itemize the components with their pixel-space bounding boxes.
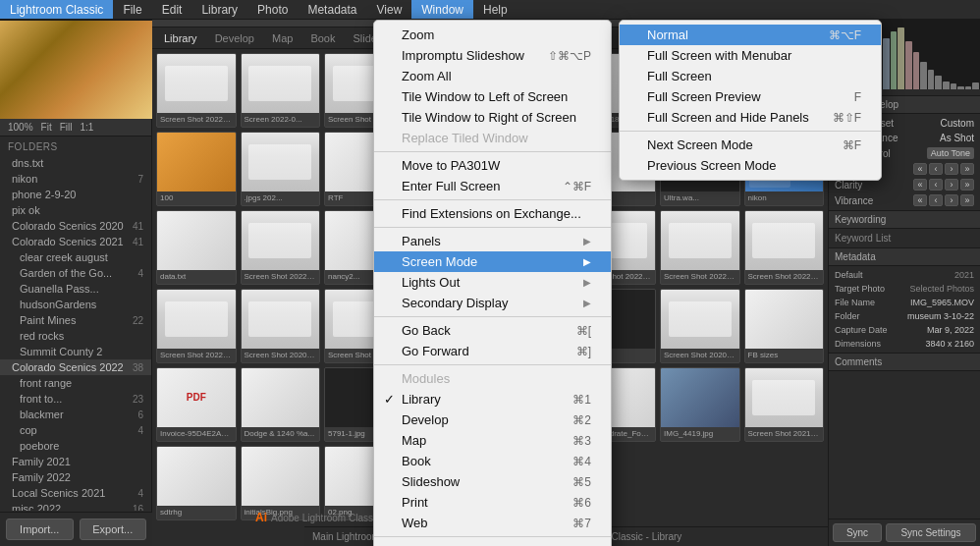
menu-library[interactable]: Library — [191, 0, 247, 19]
next-screen-mode-shortcut: ⌘F — [843, 138, 861, 152]
menu-secondary-display[interactable]: Secondary Display — [374, 293, 611, 313]
develop-shortcut: ⌘2 — [572, 413, 591, 427]
menu-help[interactable]: Help — [473, 0, 517, 19]
fullscreen-label: Full Screen — [647, 69, 712, 83]
map-module-label: Map — [402, 433, 426, 448]
screen-mode-label: Screen Mode — [402, 254, 477, 269]
sep6 — [374, 536, 611, 537]
library-module-label: Library — [402, 392, 441, 407]
go-forward-label: Go Forward — [402, 344, 469, 358]
menu-slideshow-module[interactable]: Slideshow ⌘5 — [374, 471, 611, 492]
zoom-all-label: Zoom All — [402, 69, 452, 83]
menu-move-to-pa[interactable]: Move to PA301W — [374, 155, 611, 176]
menu-lightroom[interactable]: Lightroom Classic — [0, 0, 113, 19]
sep4 — [374, 316, 611, 317]
go-back-label: Go Back — [402, 323, 451, 338]
book-module-label: Book — [402, 454, 431, 468]
impromptu-label: Impromptu Slideshow — [402, 48, 524, 63]
submenu-next-screen-mode[interactable]: Next Screen Mode ⌘F — [620, 135, 881, 155]
slideshow-module-label: Slideshow — [402, 474, 460, 489]
book-shortcut: ⌘4 — [572, 455, 591, 468]
menu-tile-left[interactable]: Tile Window to Left of Screen — [374, 86, 611, 107]
menu-go-back-prev-module: Go Back to Previous Module — [374, 540, 611, 546]
fullscreen-menubar-label: Full Screen with Menubar — [647, 48, 791, 63]
fullscreen-preview-shortcut: F — [854, 90, 861, 104]
submenu-fullscreen-menubar[interactable]: Full Screen with Menubar — [620, 45, 881, 66]
submenu-previous-screen-mode[interactable]: Previous Screen Mode — [620, 155, 881, 176]
menu-bar: Lightroom Classic File Edit Library Phot… — [0, 0, 980, 20]
menu-zoom-all[interactable]: Zoom All — [374, 66, 611, 86]
menu-tile-right[interactable]: Tile Window to Right of Screen — [374, 107, 611, 128]
menu-print-module[interactable]: Print ⌘6 — [374, 492, 611, 513]
fullscreen-preview-label: Full Screen Preview — [647, 89, 761, 104]
adobe-icon: Ai — [255, 511, 267, 524]
submenu-sep — [620, 131, 881, 132]
menu-enter-full-screen[interactable]: Enter Full Screen ⌃⌘F — [374, 176, 611, 196]
submenu-normal[interactable]: Normal ⌘⌥F — [620, 25, 881, 45]
menu-lights-out[interactable]: Lights Out — [374, 272, 611, 293]
menu-replace-tiled: Replace Tiled Window — [374, 128, 611, 148]
slideshow-shortcut: ⌘5 — [572, 475, 591, 489]
menu-library-module[interactable]: Library ⌘1 — [374, 389, 611, 410]
sep5 — [374, 364, 611, 365]
panels-label: Panels — [402, 234, 441, 248]
menu-panels[interactable]: Panels — [374, 231, 611, 251]
menu-go-forward[interactable]: Go Forward ⌘] — [374, 341, 611, 361]
menu-book-module[interactable]: Book ⌘4 — [374, 451, 611, 471]
web-module-label: Web — [402, 516, 428, 530]
menu-overlay: Lightroom Classic File Edit Library Phot… — [0, 0, 980, 546]
menu-web-module[interactable]: Web ⌘7 — [374, 513, 611, 533]
submenu-fullscreen[interactable]: Full Screen — [620, 66, 881, 86]
menu-window[interactable]: Window — [411, 0, 473, 19]
fullscreen-hide-panels-label: Full Screen and Hide Panels — [647, 110, 809, 125]
menu-file[interactable]: File — [113, 0, 151, 19]
print-shortcut: ⌘6 — [572, 496, 591, 510]
tile-left-label: Tile Window to Left of Screen — [402, 89, 568, 104]
submenu-fullscreen-preview[interactable]: Full Screen Preview F — [620, 86, 881, 107]
screen-mode-submenu: Normal ⌘⌥F Full Screen with Menubar Full… — [619, 20, 882, 181]
normal-label: Normal — [647, 27, 688, 42]
menu-zoom[interactable]: Zoom — [374, 25, 611, 45]
sep3 — [374, 227, 611, 228]
replace-tiled-label: Replace Tiled Window — [402, 131, 528, 145]
enter-fullscreen-label: Enter Full Screen — [402, 179, 500, 193]
app-badge: Ai Adobe Lightroom Classic — [255, 511, 380, 524]
app-name: Adobe Lightroom Classic — [271, 513, 380, 523]
zoom-label: Zoom — [402, 27, 434, 42]
library-shortcut: ⌘1 — [572, 393, 591, 407]
menu-find-extensions[interactable]: Find Extensions on Exchange... — [374, 203, 611, 224]
impromptu-shortcut: ⇧⌘⌥P — [548, 49, 591, 63]
menu-develop-module[interactable]: Develop ⌘2 — [374, 410, 611, 430]
sep2 — [374, 199, 611, 200]
print-module-label: Print — [402, 495, 428, 510]
modules-section-label: Modules — [402, 371, 450, 386]
find-ext-label: Find Extensions on Exchange... — [402, 206, 581, 221]
lights-out-label: Lights Out — [402, 275, 460, 290]
sep1 — [374, 151, 611, 152]
develop-module-label: Develop — [402, 412, 449, 427]
web-shortcut: ⌘7 — [572, 517, 591, 530]
menu-edit[interactable]: Edit — [152, 0, 192, 19]
menu-screen-mode[interactable]: Screen Mode — [374, 251, 611, 272]
menu-modules-label: Modules — [374, 368, 611, 389]
menu-impromptu-slideshow[interactable]: Impromptu Slideshow ⇧⌘⌥P — [374, 45, 611, 66]
menu-photo[interactable]: Photo — [247, 0, 298, 19]
next-screen-mode-label: Next Screen Mode — [647, 137, 753, 152]
menu-metadata[interactable]: Metadata — [298, 0, 366, 19]
fullscreen-hide-panels-shortcut: ⌘⇧F — [833, 111, 861, 125]
go-back-shortcut: ⌘[ — [576, 324, 591, 338]
normal-shortcut: ⌘⌥F — [829, 28, 861, 42]
previous-screen-mode-label: Previous Screen Mode — [647, 158, 777, 173]
map-shortcut: ⌘3 — [572, 434, 591, 448]
menu-map-module[interactable]: Map ⌘3 — [374, 430, 611, 451]
window-dropdown: Zoom Impromptu Slideshow ⇧⌘⌥P Zoom All T… — [373, 20, 612, 546]
menu-view[interactable]: View — [367, 0, 412, 19]
submenu-fullscreen-hide-panels[interactable]: Full Screen and Hide Panels ⌘⇧F — [620, 107, 881, 128]
enter-fullscreen-shortcut: ⌃⌘F — [563, 180, 591, 193]
secondary-display-label: Secondary Display — [402, 296, 508, 310]
go-forward-shortcut: ⌘] — [576, 345, 591, 358]
move-pa-label: Move to PA301W — [402, 158, 500, 173]
tile-right-label: Tile Window to Right of Screen — [402, 110, 576, 125]
menu-go-back[interactable]: Go Back ⌘[ — [374, 320, 611, 341]
